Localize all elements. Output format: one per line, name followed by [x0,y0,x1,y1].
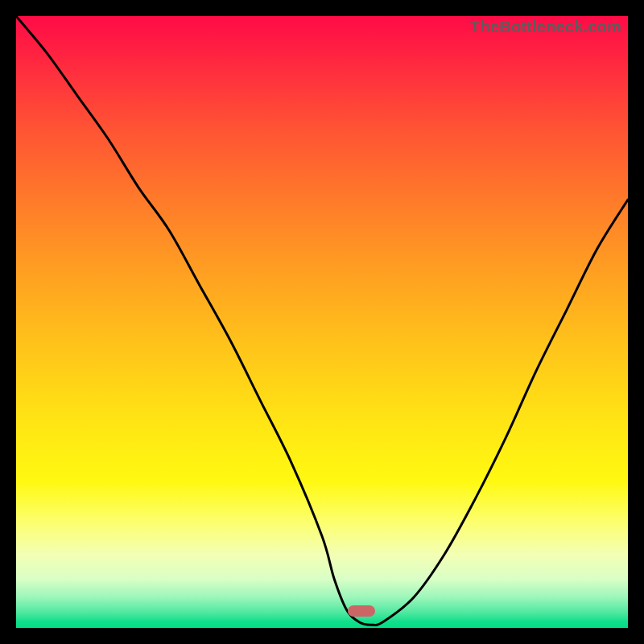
plot-gradient-area: TheBottleneck.com [16,16,628,628]
curve-path [16,16,628,625]
optimal-marker [348,605,375,617]
watermark-label: TheBottleneck.com [470,18,621,36]
bottleneck-curve [16,16,628,628]
chart-frame: TheBottleneck.com [0,0,644,644]
